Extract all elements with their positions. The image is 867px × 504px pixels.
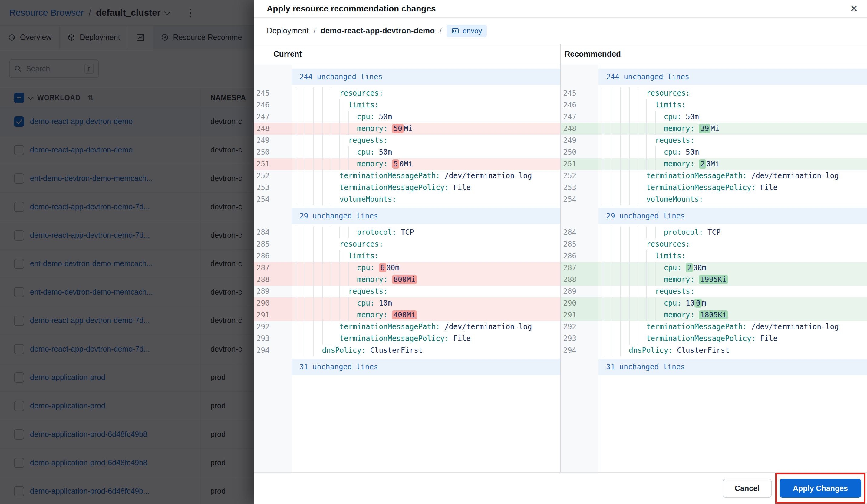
line-number: 294: [561, 344, 599, 357]
line-number: 247: [561, 111, 599, 123]
breadcrumb-separator: /: [440, 26, 442, 35]
line-number: 250: [561, 146, 599, 158]
diff-line: 286limits:: [254, 250, 560, 262]
diff-line: 289requests:: [561, 286, 867, 297]
container-chip: envoy: [447, 24, 487, 37]
diff-line: 284protocol: TCP: [254, 227, 560, 238]
indent-guides: [603, 123, 664, 135]
diff-line: 293terminationMessagePolicy: File: [254, 333, 560, 344]
diff-line: 286limits:: [561, 250, 867, 262]
indent-guides: [296, 123, 357, 135]
indent-guides: [296, 227, 357, 238]
container-icon: [451, 27, 459, 35]
line-number: 246: [561, 99, 599, 111]
indent-guides: [296, 111, 357, 123]
indent-guides: [296, 297, 357, 309]
recommended-pane-header: Recommended: [561, 44, 867, 64]
diff-line: 247cpu: 50m: [254, 111, 560, 123]
indent-guides: [603, 170, 646, 182]
indent-guides: [603, 321, 646, 333]
indent-guides: [296, 146, 357, 158]
cancel-button[interactable]: Cancel: [722, 479, 772, 498]
indent-guides: [296, 274, 357, 286]
line-number: 290: [561, 297, 599, 309]
indent-guides: [296, 170, 339, 182]
diff-line: 253terminationMessagePolicy: File: [254, 182, 560, 194]
line-number: 248: [561, 123, 599, 135]
breadcrumb-kind: Deployment: [267, 26, 309, 35]
unchanged-lines-band[interactable]: 244 unchanged lines: [291, 69, 560, 85]
line-number: 285: [561, 238, 599, 250]
line-number: 245: [561, 87, 599, 99]
line-number: 288: [254, 274, 291, 286]
line-number: 253: [561, 182, 599, 194]
indent-guides: [603, 111, 664, 123]
diff-line: 246limits:: [561, 99, 867, 111]
diff-line: 293terminationMessagePolicy: File: [561, 333, 867, 344]
line-number: 294: [254, 344, 291, 357]
indent-guides: [296, 99, 348, 111]
line-number: 285: [254, 238, 291, 250]
indent-guides: [603, 238, 646, 250]
diff-line: 294dnsPolicy: ClusterFirst: [254, 344, 560, 357]
indent-guides: [603, 262, 664, 274]
unchanged-lines-band[interactable]: 31 unchanged lines: [291, 359, 560, 375]
line-number: 249: [254, 135, 291, 146]
diff-line: 288memory: 1995Ki: [561, 274, 867, 286]
line-number: 286: [254, 250, 291, 262]
diff-line: 254volumeMounts:: [254, 194, 560, 205]
unchanged-lines-band[interactable]: 244 unchanged lines: [599, 69, 867, 85]
indent-guides: [603, 297, 664, 309]
indent-guides: [296, 333, 339, 344]
diff-line: 292terminationMessagePath: /dev/terminat…: [254, 321, 560, 333]
current-pane-header: Current: [254, 44, 560, 64]
diff-line: 287cpu: 200m: [561, 262, 867, 274]
diff-line: 245resources:: [254, 87, 560, 99]
line-number: 293: [561, 333, 599, 344]
indent-guides: [296, 250, 348, 262]
indent-guides: [603, 146, 664, 158]
close-icon[interactable]: ✕: [850, 4, 858, 13]
apply-recommendation-modal: Apply resource recommendation changes ✕ …: [254, 0, 867, 504]
diff-line: 287cpu: 600m: [254, 262, 560, 274]
line-number: 254: [254, 194, 291, 205]
modal-header: Apply resource recommendation changes ✕: [254, 0, 867, 18]
diff-line: 284protocol: TCP: [561, 227, 867, 238]
modal-footer: Cancel Apply Changes: [254, 472, 867, 504]
line-number: 293: [254, 333, 291, 344]
diff-line: 290cpu: 100m: [561, 297, 867, 309]
indent-guides: [296, 286, 348, 297]
indent-guides: [296, 262, 357, 274]
line-number: 254: [561, 194, 599, 205]
line-number: 248: [254, 123, 291, 135]
unchanged-lines-band[interactable]: 29 unchanged lines: [291, 208, 560, 224]
line-number: 245: [254, 87, 291, 99]
recommended-pane: Recommended 244 unchanged lines245resour…: [561, 44, 867, 472]
diff-viewer: Current 244 unchanged lines245resources:…: [254, 44, 867, 472]
indent-guides: [603, 286, 655, 297]
line-number: 252: [254, 170, 291, 182]
indent-guides: [603, 194, 646, 205]
breadcrumb-workload-name: demo-react-app-devtron-demo: [321, 26, 435, 35]
diff-line: 248memory: 39Mi: [561, 123, 867, 135]
diff-line: 249requests:: [254, 135, 560, 146]
unchanged-lines-band[interactable]: 31 unchanged lines: [599, 359, 867, 375]
modal-breadcrumb: Deployment / demo-react-app-devtron-demo…: [254, 18, 867, 44]
apply-changes-button[interactable]: Apply Changes: [780, 479, 861, 498]
line-number: 287: [561, 262, 599, 274]
line-number: 249: [561, 135, 599, 146]
unchanged-lines-band[interactable]: 29 unchanged lines: [599, 208, 867, 224]
indent-guides: [296, 238, 339, 250]
line-number: 291: [254, 309, 291, 321]
indent-guides: [296, 182, 339, 194]
line-number: 289: [254, 286, 291, 297]
diff-line: 252terminationMessagePath: /dev/terminat…: [561, 170, 867, 182]
breadcrumb-separator: /: [314, 26, 316, 35]
diff-line: 291memory: 400Mi: [254, 309, 560, 321]
container-name: envoy: [462, 26, 482, 35]
line-number: 250: [254, 146, 291, 158]
recommended-pane-body: 244 unchanged lines245resources:246limit…: [561, 64, 867, 472]
indent-guides: [296, 309, 357, 321]
diff-line: 250cpu: 50m: [561, 146, 867, 158]
modal-title: Apply resource recommendation changes: [267, 4, 850, 14]
